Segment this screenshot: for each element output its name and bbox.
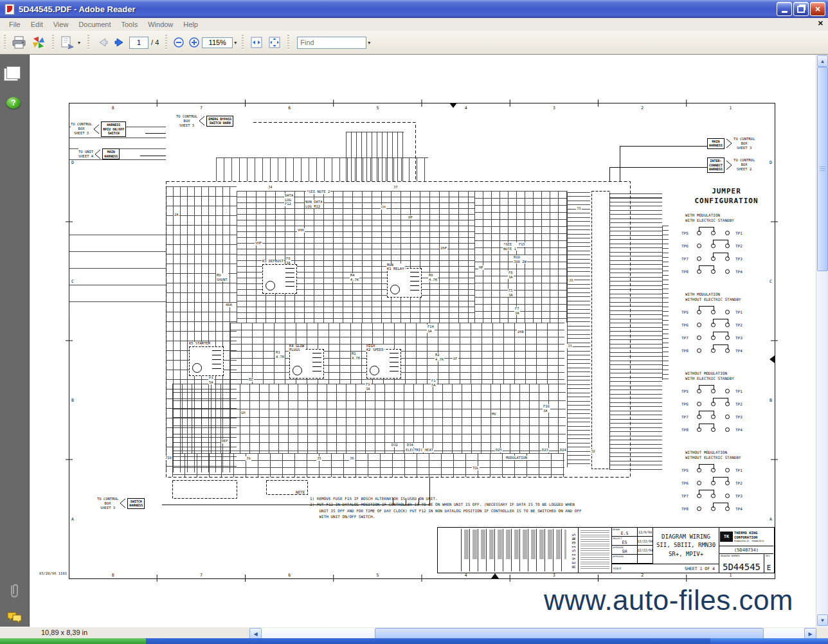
how-to-help-icon[interactable]: ? bbox=[6, 97, 21, 109]
vertical-scrollbar[interactable]: ▲ ▼ bbox=[816, 55, 827, 627]
jumper-link bbox=[713, 344, 728, 350]
test-point-label: TP3 bbox=[735, 257, 742, 261]
diagram-label: J10 bbox=[165, 456, 172, 460]
find-input[interactable] bbox=[297, 37, 366, 49]
zoom-out-button[interactable] bbox=[171, 33, 186, 51]
thermo-king-logo: TK bbox=[720, 532, 733, 542]
relay-coil bbox=[292, 366, 302, 375]
jumper-title: JUMPER CONFIGURATION bbox=[678, 187, 775, 206]
toolbar-close-icon[interactable]: ✕ bbox=[818, 19, 824, 28]
test-point-circle bbox=[725, 494, 730, 498]
scroll-down-icon[interactable]: ▼ bbox=[817, 614, 828, 626]
scroll-up-icon[interactable]: ▲ bbox=[817, 55, 828, 67]
zone-label: 3 bbox=[553, 573, 555, 578]
revisions-label: REVISIONS bbox=[572, 532, 577, 568]
diagram-label: GH bbox=[240, 411, 246, 415]
menu-help[interactable]: Help bbox=[178, 18, 203, 31]
minimize-button[interactable] bbox=[777, 2, 792, 16]
jumper-group: WITH MODULATION WITHOUT ELECTRIC STANDBY… bbox=[678, 292, 775, 357]
comments-icon[interactable] bbox=[6, 611, 23, 627]
signature-row: APPROVED bbox=[612, 555, 652, 564]
diagram-label: F5 3A bbox=[508, 289, 514, 297]
relay-label: K5 STARTER bbox=[188, 342, 211, 346]
email-button[interactable]: ▾ bbox=[58, 33, 84, 51]
signature-value: E.S bbox=[612, 531, 637, 536]
diagram-label: F9 3A bbox=[365, 382, 371, 391]
menu-window[interactable]: Window bbox=[143, 18, 178, 31]
zoom-level-value[interactable]: 115% bbox=[202, 37, 233, 48]
diagram-label: R3 4.7K bbox=[275, 350, 285, 359]
diagram-label: J9 bbox=[246, 456, 251, 461]
menu-document[interactable]: Document bbox=[73, 18, 116, 31]
rev-value: E bbox=[767, 564, 771, 573]
jumper-group-header: WITH MODULATION WITH ELECTRIC STANDBY bbox=[685, 213, 775, 223]
menu-edit[interactable]: Edit bbox=[26, 18, 48, 31]
back-arrow-icon bbox=[95, 36, 109, 49]
test-point-circle bbox=[697, 348, 701, 353]
diagram-label: HP bbox=[478, 265, 484, 270]
relay-box: K3 DEFROST bbox=[262, 264, 297, 294]
callout-mpiv-switch: TO CONTROL BOX SHEET 3 HARNESS MPIV ON/O… bbox=[71, 121, 126, 137]
page-number-input[interactable] bbox=[129, 37, 148, 49]
note-line: WITH UNIT ON/OFF SWITCH. bbox=[310, 514, 582, 520]
relay-box: K4 GLOW PLUGS bbox=[289, 349, 324, 379]
jumper-row: TP5TP1 bbox=[678, 226, 775, 239]
diagram-label: F1 5A bbox=[431, 379, 437, 387]
test-point-circle bbox=[725, 415, 730, 419]
test-point-label: TP6 bbox=[681, 402, 688, 406]
jumper-row: TP5TP1 bbox=[678, 384, 775, 397]
note-line: 1) REMOVE FUSE F15 IF BOSCH ALTERNATOR I… bbox=[310, 496, 582, 502]
relay-pins bbox=[390, 353, 399, 375]
diagram-label: BZ bbox=[248, 377, 254, 382]
jumper-link bbox=[699, 424, 714, 429]
menu-view[interactable]: View bbox=[48, 18, 74, 31]
test-point-circle bbox=[697, 506, 701, 511]
fit-page-button[interactable] bbox=[266, 33, 284, 51]
diagram-label: R10 300 2W bbox=[513, 255, 527, 264]
jumper-link bbox=[713, 398, 728, 403]
test-point-circle bbox=[725, 231, 730, 235]
previous-page-button[interactable] bbox=[93, 33, 111, 51]
arrow-right-icon bbox=[726, 160, 732, 170]
signature-label: PROJECT bbox=[613, 537, 622, 540]
minus-circle-icon bbox=[173, 37, 184, 48]
jumper-link bbox=[699, 464, 714, 469]
jumper-link bbox=[699, 411, 714, 416]
jumper-group: WITHOUT MODULATION WITHOUT ELECTRIC STAN… bbox=[678, 450, 775, 515]
restore-button[interactable] bbox=[793, 2, 809, 16]
diagram-label: D25 bbox=[495, 448, 503, 452]
title-block: REVISIONS DRAWNE.S12/9/94PROJECTES12/22/… bbox=[437, 527, 775, 573]
scale-label: SCALE bbox=[613, 567, 621, 570]
attachments-icon[interactable] bbox=[6, 583, 22, 602]
menu-tools[interactable]: Tools bbox=[116, 18, 143, 31]
next-page-button[interactable] bbox=[111, 33, 129, 51]
diagram-label: VHP bbox=[255, 241, 262, 246]
test-point-label: TP8 bbox=[681, 270, 688, 274]
diagram-label: ELECTRIC HEAT bbox=[405, 448, 434, 452]
test-point-circle bbox=[697, 402, 701, 406]
forward-arrow-icon bbox=[113, 36, 127, 49]
menu-file[interactable]: File bbox=[4, 18, 26, 31]
relay-label: RUN K1 RELAY bbox=[386, 264, 405, 271]
rev-header: REV bbox=[766, 555, 770, 557]
vertical-scroll-thumb[interactable] bbox=[817, 67, 828, 271]
diagram-label: J2 bbox=[590, 449, 596, 454]
relay-box: RUN K1 RELAY bbox=[387, 268, 422, 298]
proprietary-text-texture bbox=[580, 530, 609, 570]
callout-switch-harness: TO CONTROL BOX SHEET 3 SWITCH HARNESS bbox=[97, 497, 145, 510]
zoom-in-button[interactable] bbox=[186, 33, 202, 51]
pages-panel-icon[interactable] bbox=[6, 66, 21, 79]
find-dropdown-arrow-icon[interactable]: ▾ bbox=[366, 40, 372, 46]
titlebar: 5D44545.PDF - Adobe Reader ✕ bbox=[0, 0, 828, 18]
fit-width-button[interactable] bbox=[248, 33, 266, 51]
diagram-label: R4 4.7K bbox=[350, 273, 359, 282]
print-button[interactable] bbox=[10, 33, 29, 51]
jumper-row: TP5TP1 bbox=[678, 305, 775, 318]
close-button[interactable]: ✕ bbox=[810, 2, 825, 16]
signature-date: 12/22/94 bbox=[637, 537, 652, 545]
acrobat-collaborate-button[interactable] bbox=[29, 33, 48, 51]
jumper-link bbox=[713, 319, 728, 324]
zoom-dropdown-arrow-icon[interactable]: ▾ bbox=[233, 40, 238, 46]
navigation-sidebar: ? bbox=[0, 55, 30, 627]
jumper-link bbox=[713, 332, 728, 337]
